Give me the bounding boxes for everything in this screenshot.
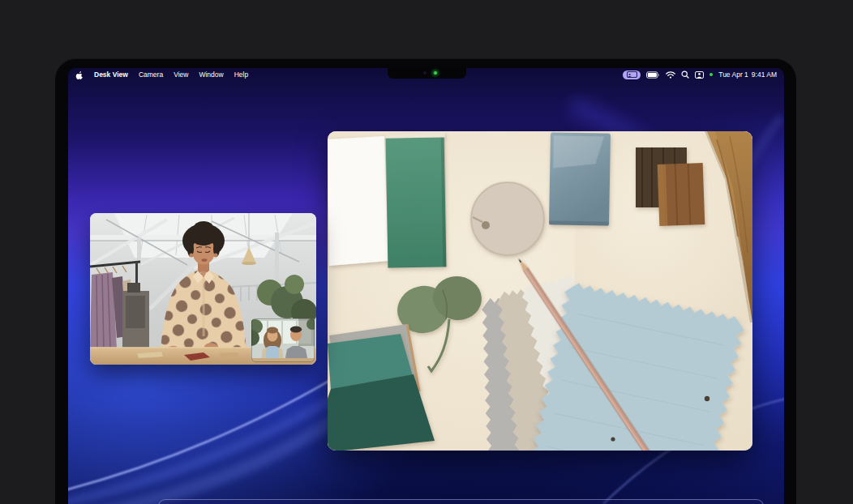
- menu-camera[interactable]: Camera: [139, 70, 163, 79]
- camera-active-indicator: [709, 73, 713, 76]
- felt-disc-sample: [471, 182, 544, 255]
- snap-button: [611, 437, 615, 441]
- facetime-camera-lens: [423, 71, 426, 75]
- menu-help[interactable]: Help: [234, 70, 248, 79]
- studio-cabinet: [122, 283, 149, 351]
- screen-mirroring-icon[interactable]: [623, 70, 641, 79]
- snap-button: [705, 396, 709, 401]
- macos-desktop: Desk View Camera View Window Help: [68, 68, 784, 504]
- display-notch: [388, 68, 466, 79]
- brown-wood-sample: [658, 163, 705, 226]
- pip-remote-participants[interactable]: [243, 318, 316, 362]
- menu-window[interactable]: Window: [199, 70, 223, 79]
- teal-tile-sample: [386, 131, 448, 267]
- desk-view-window[interactable]: [328, 131, 752, 451]
- apple-menu-icon[interactable]: [75, 70, 84, 79]
- camera-in-use-light: [434, 71, 437, 75]
- video-call-window[interactable]: [90, 213, 316, 365]
- status-date: Tue Apr 1: [718, 70, 748, 79]
- blue-gray-tile-sample: [549, 132, 611, 225]
- desk-view-feed: [328, 131, 752, 451]
- menu-view[interactable]: View: [174, 70, 188, 79]
- user-switch-icon[interactable]: [695, 71, 704, 79]
- wifi-icon[interactable]: [666, 71, 675, 79]
- background-window-edge[interactable]: [158, 499, 764, 504]
- status-time: 9:41 AM: [752, 70, 777, 79]
- video-call-feed: [90, 213, 316, 365]
- battery-icon[interactable]: [646, 71, 660, 79]
- spotlight-search-icon[interactable]: [681, 70, 689, 79]
- macbook-display: Desk View Camera View Window Help: [55, 58, 796, 504]
- menu-app-name[interactable]: Desk View: [94, 70, 128, 79]
- menu-bar-clock[interactable]: Tue Apr 1 9:41 AM: [718, 70, 777, 79]
- white-paper-sample: [328, 136, 388, 266]
